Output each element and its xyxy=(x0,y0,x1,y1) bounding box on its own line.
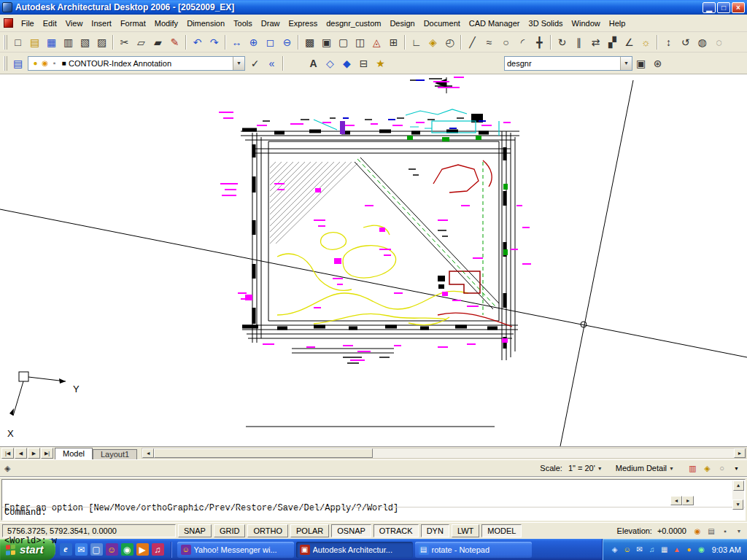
command-text-area[interactable]: Enter an option [New/Move/orthoGraphic/P… xyxy=(1,479,746,521)
rotate-icon[interactable]: ↻ xyxy=(554,34,570,50)
menu-format[interactable]: Format xyxy=(116,16,150,31)
markup-icon[interactable]: ◬ xyxy=(368,34,385,50)
properties-icon[interactable]: ▩ xyxy=(301,34,318,50)
first-tab-button[interactable]: |◀ xyxy=(1,448,14,459)
tab-model[interactable]: Model xyxy=(55,448,93,459)
settings-icon[interactable]: ⊛ xyxy=(649,55,666,71)
plot-preview-icon[interactable]: ▧ xyxy=(77,34,93,50)
horizontal-scrollbar-track[interactable] xyxy=(373,448,734,458)
style-combo[interactable]: desgnr ▼ xyxy=(504,56,632,71)
horizontal-scrollbar[interactable]: ◄ ► xyxy=(142,448,746,459)
layer-isolate-icon[interactable]: ◌ xyxy=(711,34,727,50)
bulb-icon[interactable]: ● xyxy=(31,59,40,67)
zoom-window-icon[interactable]: ◻ xyxy=(262,34,279,50)
layer-combo[interactable]: ● ◉ ▪ ■ CONTOUR-Index Annotation ▼ xyxy=(28,56,245,71)
menu-help[interactable]: Help xyxy=(605,16,630,31)
menu-document[interactable]: Document xyxy=(419,16,465,31)
menu-insert[interactable]: Insert xyxy=(87,16,116,31)
copy-icon[interactable]: ▱ xyxy=(133,34,150,50)
mirror-icon[interactable]: ⇄ xyxy=(587,34,604,50)
line-icon[interactable]: ╱ xyxy=(464,34,481,50)
surface-tool-icon[interactable]: ◇ xyxy=(322,55,338,71)
menu-express[interactable]: Express xyxy=(284,16,322,31)
designcenter-icon[interactable]: ▣ xyxy=(318,34,335,50)
content-browser-icon[interactable]: ▣ xyxy=(632,55,649,71)
zoom-realtime-icon[interactable]: ⊕ xyxy=(245,34,262,50)
offset-icon[interactable]: ∥ xyxy=(570,34,587,50)
bulb-icon[interactable]: ○ xyxy=(716,462,728,475)
tab-layout1[interactable]: Layout1 xyxy=(93,449,137,459)
scroll-right-icon[interactable]: ► xyxy=(682,496,694,505)
horizontal-scrollbar-thumb[interactable] xyxy=(154,448,373,458)
publish-icon[interactable]: ▨ xyxy=(93,34,110,50)
quickcalc-icon[interactable]: ⊞ xyxy=(385,34,402,50)
menu-design[interactable]: Design xyxy=(385,16,419,31)
menu-modify[interactable]: Modify xyxy=(150,16,182,31)
last-tab-button[interactable]: ▶| xyxy=(41,448,53,459)
menu-cad-manager[interactable]: CAD Manager xyxy=(465,16,525,31)
chevron-down-icon[interactable]: ▼ xyxy=(620,57,632,70)
make-object-layer-current-icon[interactable]: ✓ xyxy=(247,55,263,71)
drawing-canvas[interactable]: Y X xyxy=(0,74,747,446)
chevron-down-icon[interactable]: ▼ xyxy=(233,57,244,70)
layer-previous-icon[interactable]: « xyxy=(263,55,280,71)
title-bar[interactable]: Autodesk Architectural Desktop 2006 - [2… xyxy=(0,0,747,15)
chevron-down-icon[interactable]: ▼ xyxy=(733,525,745,537)
circle-icon[interactable]: ○ xyxy=(498,34,514,50)
scroll-down-icon[interactable]: ▼ xyxy=(732,499,743,510)
array-icon[interactable]: ▞ xyxy=(604,34,621,50)
menu-3d-solids[interactable]: 3D Solids xyxy=(525,16,568,31)
pan-icon[interactable]: ↔ xyxy=(228,34,245,50)
detail-level-icon[interactable]: ◈ xyxy=(701,462,713,475)
menu-draw[interactable]: Draw xyxy=(257,16,285,31)
distance-icon[interactable]: ∠ xyxy=(621,34,638,50)
sheet-set-manager-icon[interactable]: ◫ xyxy=(352,34,368,50)
minimize-button[interactable]: ▁ xyxy=(703,2,716,13)
arc-icon[interactable]: ◜ xyxy=(514,34,531,50)
previous-tab-button[interactable]: ◀ xyxy=(15,448,27,459)
restore-button[interactable]: □ xyxy=(717,2,730,13)
layer-manager-icon[interactable]: ▤ xyxy=(9,55,26,71)
scroll-left-icon[interactable]: ◄ xyxy=(670,496,682,505)
text-style-icon[interactable]: A xyxy=(305,55,322,71)
sun-icon[interactable]: ◉ xyxy=(40,59,50,67)
mass-element-icon[interactable]: ◆ xyxy=(338,55,355,71)
paste-icon[interactable]: ▰ xyxy=(150,34,166,50)
open-icon[interactable]: ▤ xyxy=(26,34,43,50)
flyout-icon[interactable]: ◈ xyxy=(4,464,10,473)
redo-icon[interactable]: ↷ xyxy=(206,34,222,50)
3d-orbit-icon[interactable]: ◴ xyxy=(441,34,458,50)
close-button[interactable]: × xyxy=(732,2,745,13)
toolbar-grip[interactable] xyxy=(4,35,7,50)
dim-linear-icon[interactable]: ↕ xyxy=(660,34,677,50)
menu-desgnr-custom[interactable]: desgnr_custom xyxy=(322,16,385,31)
next-tab-button[interactable]: ▶ xyxy=(28,448,40,459)
qnew-icon[interactable]: □ xyxy=(9,34,26,50)
save-icon[interactable]: ▦ xyxy=(43,34,60,50)
tool-palettes-icon[interactable]: ▢ xyxy=(335,34,352,50)
scroll-up-icon[interactable]: ▲ xyxy=(733,481,744,491)
named-views-icon[interactable]: ◈ xyxy=(425,34,441,50)
scroll-left-icon[interactable]: ◄ xyxy=(142,448,154,458)
render-icon[interactable]: ◍ xyxy=(694,34,711,50)
command-vertical-scrollbar[interactable]: ▲ ▼ xyxy=(732,481,744,510)
menu-file[interactable]: File xyxy=(17,16,39,31)
chevron-down-icon[interactable]: ▼ xyxy=(730,462,743,475)
polyline-icon[interactable]: ≈ xyxy=(481,34,498,50)
menu-view[interactable]: View xyxy=(61,16,88,31)
cut-icon[interactable]: ✂ xyxy=(116,34,133,50)
scale-select[interactable]: 1" = 20' ▼ xyxy=(565,463,605,473)
ucs-icon[interactable]: ∟ xyxy=(408,34,425,50)
menu-dimension[interactable]: Dimension xyxy=(182,16,229,31)
redraw-icon[interactable]: ☼ xyxy=(638,34,654,50)
detail-select[interactable]: Medium Detail ▼ xyxy=(613,463,677,473)
command-prompt[interactable]: Command: xyxy=(4,508,47,518)
undo-icon[interactable]: ↶ xyxy=(189,34,206,50)
display-config-icon[interactable]: ▥ xyxy=(686,462,699,475)
zoom-previous-icon[interactable]: ⊖ xyxy=(279,34,295,50)
lock-icon[interactable]: ▪ xyxy=(50,59,59,67)
command-horizontal-scrollbar[interactable]: ◄ ► xyxy=(670,496,694,505)
menu-window[interactable]: Window xyxy=(568,16,605,31)
document-icon[interactable] xyxy=(4,18,13,28)
menu-edit[interactable]: Edit xyxy=(39,16,61,31)
